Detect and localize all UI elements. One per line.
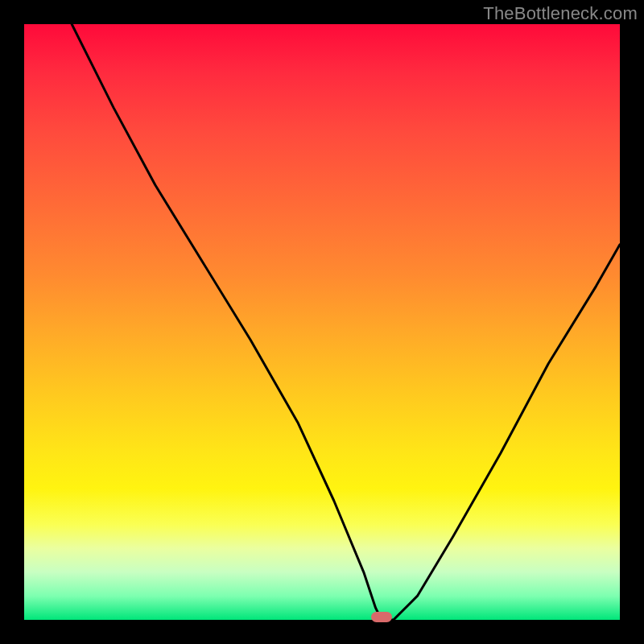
watermark-text: TheBottleneck.com [483,3,638,24]
plot-area [24,24,620,620]
chart-frame: TheBottleneck.com [0,0,644,644]
curve-path [72,24,620,620]
bottleneck-curve [24,24,620,620]
optimal-marker [371,612,392,622]
